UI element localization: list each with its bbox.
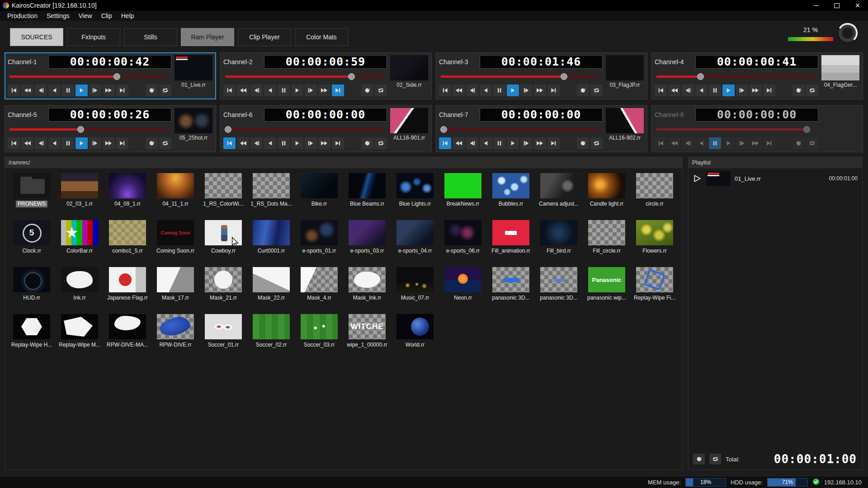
seek-slider[interactable] (223, 126, 387, 133)
pause-button[interactable] (493, 84, 505, 96)
tab-color-mats[interactable]: Color Mats (295, 28, 348, 46)
browser-item[interactable]: Flowers.rr (631, 220, 679, 254)
seek-slider[interactable] (439, 126, 603, 133)
browser-item[interactable]: Soccer_02.rr (247, 314, 295, 348)
browser-item[interactable]: Panasonicpanasonic wip... (583, 267, 631, 301)
loop-button[interactable] (375, 137, 387, 149)
browser-item[interactable]: Coming SoonComing Soon.rr (151, 220, 199, 254)
browser-item[interactable]: Blue Lights.rr (391, 173, 439, 207)
fast-forward-button[interactable] (318, 84, 330, 96)
browser-item[interactable]: RPW-DIVE-MA... (104, 314, 151, 348)
play-reverse-button[interactable] (264, 137, 276, 149)
browser-item[interactable]: World.rr (391, 314, 439, 348)
browser-item[interactable]: Candle light.rr (583, 173, 631, 207)
step-back-button[interactable] (250, 84, 263, 96)
browser-item[interactable]: Fill_animation.rr (487, 220, 535, 254)
skip-end-button[interactable] (116, 137, 128, 149)
step-back-button[interactable] (250, 137, 263, 149)
skip-start-button[interactable] (439, 137, 451, 149)
skip-start-button[interactable] (223, 137, 236, 149)
loop-time-button[interactable] (793, 137, 805, 149)
playlist-play-button[interactable] (693, 174, 702, 183)
skip-end-button[interactable] (547, 84, 560, 96)
skip-end-button[interactable] (763, 84, 775, 96)
slider-handle[interactable] (225, 126, 231, 133)
fast-rewind-button[interactable] (668, 137, 680, 149)
playlist-item[interactable]: 01_Live.rr00:00:01:00 (689, 169, 862, 188)
browser-item[interactable]: Curt0001.rr (247, 220, 295, 254)
browser-item[interactable]: Blue Beams.rr (343, 173, 391, 207)
maximize-button[interactable] (826, 0, 847, 11)
slider-handle[interactable] (803, 126, 810, 133)
browser-item[interactable]: Bubbles.rr (487, 173, 535, 207)
step-back-button[interactable] (35, 137, 47, 149)
seek-slider[interactable] (8, 126, 171, 133)
step-forward-button[interactable] (305, 84, 317, 96)
browser-item[interactable]: PRONEWS (8, 173, 56, 207)
play-button[interactable] (75, 137, 88, 149)
step-back-button[interactable] (466, 84, 478, 96)
browser-item[interactable]: 02_03_1.rr (56, 173, 104, 207)
browser-item[interactable]: 1_RS_ColorWi... (199, 173, 247, 207)
browser-item[interactable]: 5Clock.rr (8, 220, 56, 254)
browser-item[interactable]: combo1_5.rr (104, 220, 151, 254)
browser-item[interactable]: Soccer_03.rr (295, 314, 343, 348)
browser-item[interactable]: Bike.rr (295, 173, 343, 207)
browser-item[interactable]: HUD.rr (8, 267, 56, 301)
slider-handle[interactable] (561, 73, 567, 80)
browser-item[interactable]: Japanese Flag.rr (104, 267, 151, 301)
loop-time-button[interactable] (793, 84, 805, 96)
step-back-button[interactable] (35, 84, 47, 96)
control-knob[interactable] (835, 21, 860, 45)
browser-item[interactable]: Soccer_01.rr (199, 314, 247, 348)
loop-button[interactable] (590, 137, 603, 149)
browser-item[interactable]: Ink.rr (56, 267, 104, 301)
fast-rewind-button[interactable] (237, 137, 249, 149)
play-button[interactable] (291, 84, 303, 96)
skip-end-button[interactable] (763, 137, 775, 149)
step-back-button[interactable] (682, 137, 694, 149)
tab-clip-player[interactable]: Clip Player (238, 28, 291, 46)
fast-rewind-button[interactable] (668, 84, 680, 96)
play-button[interactable] (75, 84, 88, 96)
browser-item[interactable]: panasonic 3D... (487, 267, 535, 301)
close-button[interactable]: × (847, 0, 868, 11)
seek-slider[interactable] (439, 73, 603, 80)
fast-forward-button[interactable] (750, 84, 762, 96)
loop-time-button[interactable] (693, 454, 705, 465)
menu-settings[interactable]: Settings (42, 12, 74, 19)
fast-rewind-button[interactable] (21, 84, 33, 96)
fast-forward-button[interactable] (103, 84, 115, 96)
loop-button[interactable] (590, 84, 603, 96)
browser-item[interactable]: Music_07.rr (391, 267, 439, 301)
minimize-button[interactable] (806, 0, 826, 11)
play-reverse-button[interactable] (695, 137, 708, 149)
browser-item[interactable]: BreakNews.rr (439, 173, 487, 207)
browser-item[interactable]: 04_09_1.rr (104, 173, 151, 207)
loop-time-button[interactable] (577, 84, 589, 96)
browser-item[interactable]: Fill_circle.rr (583, 220, 631, 254)
pause-button[interactable] (62, 84, 74, 96)
skip-start-button[interactable] (655, 84, 667, 96)
browser-item[interactable]: ColorBar.rr (56, 220, 104, 254)
browser-item[interactable]: Mask_17.rr (151, 267, 199, 301)
slider-handle[interactable] (348, 73, 355, 80)
loop-button[interactable] (806, 84, 818, 96)
fast-forward-button[interactable] (318, 137, 330, 149)
skip-start-button[interactable] (439, 84, 451, 96)
loop-button[interactable] (806, 137, 818, 149)
browser-item[interactable]: Replay-Wipe Fi... (631, 267, 679, 301)
step-forward-button[interactable] (736, 137, 748, 149)
tab-fxinputs[interactable]: FxInputs (67, 28, 120, 46)
fast-forward-button[interactable] (103, 137, 115, 149)
loop-time-button[interactable] (361, 137, 373, 149)
skip-end-button[interactable] (547, 137, 560, 149)
browser-item[interactable]: Mask_4.rr (295, 267, 343, 301)
browser-item[interactable]: Camera adjust... (535, 173, 583, 207)
play-reverse-button[interactable] (264, 84, 276, 96)
tab-ram-player[interactable]: Ram Player (181, 28, 234, 46)
fast-forward-button[interactable] (750, 137, 762, 149)
play-button[interactable] (507, 137, 519, 149)
fast-rewind-button[interactable] (453, 137, 465, 149)
browser-item[interactable]: Mask_Ink.rr (343, 267, 391, 301)
